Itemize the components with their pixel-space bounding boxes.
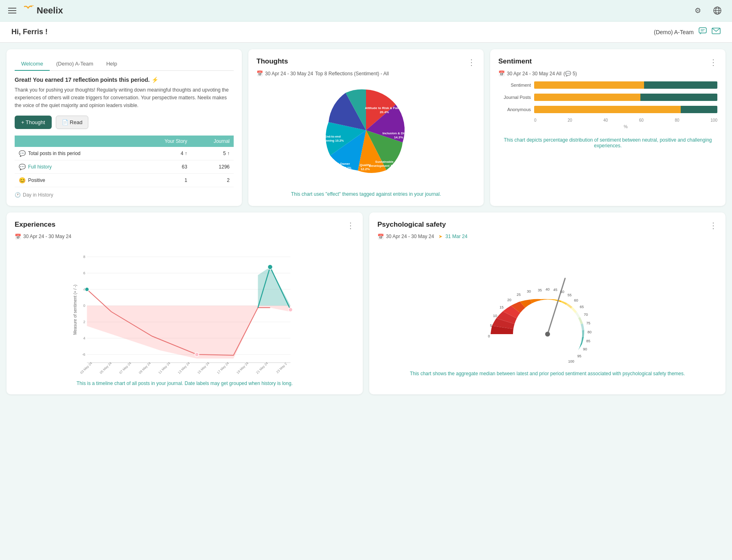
- svg-text:8: 8: [83, 255, 85, 259]
- main-content: Welcome (Demo) A-Team Help Great! You ea…: [0, 43, 732, 401]
- svg-text:65: 65: [579, 305, 583, 309]
- thoughts-card: Thoughts ⋮ 📅 30 Apr 24 - 30 May 24 Top 8…: [248, 49, 484, 206]
- svg-text:Attitude to Risk & Failure: Attitude to Risk & Failure: [365, 106, 404, 110]
- svg-text:Inclusion & Diversity: Inclusion & Diversity: [382, 131, 415, 135]
- day-history-button[interactable]: 🕐 Day in History: [15, 192, 234, 198]
- svg-text:25: 25: [516, 293, 520, 297]
- table-header-journal: Journal: [191, 136, 234, 147]
- svg-text:Quality: Quality: [359, 163, 371, 167]
- tab-team[interactable]: (Demo) A-Team: [50, 57, 100, 71]
- thought-button[interactable]: + Thought: [15, 116, 52, 129]
- pie-chart-container: Attitude to Risk & Failure 20.4% Inclusi…: [256, 81, 476, 187]
- svg-text:15: 15: [499, 305, 503, 309]
- svg-text:07 May 24: 07 May 24: [118, 361, 132, 374]
- svg-text:21 May 24: 21 May 24: [255, 361, 269, 374]
- svg-text:70: 70: [583, 313, 587, 317]
- thoughts-menu-button[interactable]: ⋮: [467, 57, 476, 67]
- svg-text:09 May 24: 09 May 24: [138, 361, 151, 374]
- tab-help[interactable]: Help: [100, 57, 124, 71]
- table-row: 💬 Full history 63 1296: [15, 160, 234, 173]
- bar-orange: [534, 94, 640, 101]
- x-axis: 0 20 40 60 80 100: [498, 118, 717, 122]
- svg-text:50: 50: [560, 290, 564, 294]
- svg-text:Sustainable: Sustainable: [375, 160, 394, 164]
- experiences-menu-button[interactable]: ⋮: [346, 221, 355, 230]
- svg-text:6: 6: [83, 271, 85, 275]
- psych-card-header: Psychological safety ⋮: [377, 221, 717, 230]
- svg-text:Product Owner: Product Owner: [327, 162, 350, 166]
- psych-title: Psychological safety: [377, 221, 446, 229]
- bar-label: Anonymous: [498, 107, 531, 112]
- sentiment-title: Sentiment: [498, 57, 532, 66]
- svg-text:14.3%: 14.3%: [394, 136, 403, 139]
- svg-text:03 May 24: 03 May 24: [79, 361, 93, 374]
- table-cell-label: 💬 Full history: [15, 160, 137, 173]
- positive-icon: 😊: [19, 177, 26, 184]
- logo-text: Neelix: [37, 5, 63, 16]
- calendar-icon3: 📅: [15, 234, 21, 240]
- logo: Neelix: [21, 5, 63, 16]
- bar-row-journal: Journal Posts: [498, 94, 717, 101]
- menu-button[interactable]: [8, 8, 16, 13]
- svg-text:15 May 24: 15 May 24: [197, 361, 210, 374]
- table-cell-story-link[interactable]: 63: [137, 160, 191, 173]
- sentiment-card: Sentiment ⋮ 📅 30 Apr 24 - 30 May 24 All …: [490, 49, 725, 206]
- line-chart-container: Measure of sentiment (+ / -) 8 6 4 0 2: [15, 245, 355, 376]
- calendar-icon2: 📅: [498, 70, 505, 77]
- bar-chart-container: Sentiment Journal Posts Anonym: [498, 81, 717, 129]
- bar-orange: [534, 106, 681, 113]
- svg-text:23 May 2: 23 May 2: [276, 362, 288, 374]
- svg-text:95: 95: [577, 354, 581, 358]
- svg-text:100: 100: [568, 359, 574, 363]
- table-cell-label: 💬 Total posts in this period: [15, 147, 137, 160]
- svg-text:Measure of sentiment (+ / -): Measure of sentiment (+ / -): [73, 284, 77, 335]
- stats-table: Your Story Journal 💬 Total posts in this…: [15, 136, 234, 187]
- table-header-label: [15, 136, 137, 147]
- table-header-story: Your Story: [137, 136, 191, 147]
- experiences-card-header: Experiences ⋮: [15, 221, 355, 230]
- greeting-bar: Hi, Ferris ! (Demo) A-Team: [0, 22, 732, 43]
- mail-icon[interactable]: [712, 28, 721, 36]
- bar-teal: [640, 94, 717, 101]
- svg-text:5: 5: [490, 324, 492, 328]
- psych-marker-arrow: ➤: [438, 234, 443, 239]
- bar-row-anonymous: Anonymous: [498, 106, 717, 113]
- chat-link-icon: 💬: [19, 164, 26, 170]
- experiences-date-range: 📅 30 Apr 24 - 30 May 24: [15, 234, 355, 240]
- tab-welcome[interactable]: Welcome: [15, 57, 50, 71]
- chat-icon[interactable]: [699, 27, 707, 37]
- svg-text:35: 35: [537, 288, 541, 292]
- psych-date-range: 📅 30 Apr 24 - 30 May 24 ➤ 31 Mar 24: [377, 234, 717, 240]
- svg-text:2: 2: [83, 320, 85, 324]
- svg-text:-6: -6: [82, 352, 85, 357]
- svg-point-56: [545, 332, 550, 337]
- svg-text:4: 4: [83, 336, 85, 340]
- sentiment-menu-button[interactable]: ⋮: [709, 57, 717, 67]
- svg-text:0: 0: [488, 334, 490, 338]
- table-cell-journal-link[interactable]: 1296: [191, 160, 234, 173]
- svg-text:10: 10: [493, 314, 497, 318]
- bar-track: [534, 81, 717, 89]
- settings-icon[interactable]: ⚙: [691, 4, 704, 17]
- svg-text:13 May 24: 13 May 24: [177, 361, 191, 374]
- x-axis-label: %: [498, 124, 717, 129]
- action-buttons: + Thought 📄 Read: [15, 116, 234, 129]
- psych-safety-card: Psychological safety ⋮ 📅 30 Apr 24 - 30 …: [369, 212, 725, 394]
- read-button[interactable]: 📄 Read: [56, 116, 89, 129]
- header-icons: ⚙: [691, 4, 724, 17]
- gauge-container: 0 5 10 15 20 25 30 35 40 45 50 55 60 65 …: [377, 245, 717, 367]
- bar-track: [534, 94, 717, 101]
- bottom-row: Experiences ⋮ 📅 30 Apr 24 - 30 May 24 Me…: [7, 212, 725, 394]
- chat-small-icon: 💬: [19, 150, 26, 157]
- psych-menu-button[interactable]: ⋮: [709, 221, 717, 230]
- table-row: 😊 Positive 1 2: [15, 173, 234, 187]
- svg-text:05 May 24: 05 May 24: [99, 361, 112, 374]
- globe-icon[interactable]: [711, 4, 724, 17]
- thoughts-description: This chart uses "effect" themes tagged a…: [256, 191, 476, 197]
- svg-text:20.4%: 20.4%: [380, 110, 389, 114]
- line-chart: Measure of sentiment (+ / -) 8 6 4 0 2: [15, 245, 355, 375]
- header: Neelix ⚙: [0, 0, 732, 22]
- psych-marker-date: 31 Mar 24: [445, 234, 467, 239]
- svg-text:0: 0: [83, 304, 85, 308]
- tabs: Welcome (Demo) A-Team Help: [15, 57, 234, 71]
